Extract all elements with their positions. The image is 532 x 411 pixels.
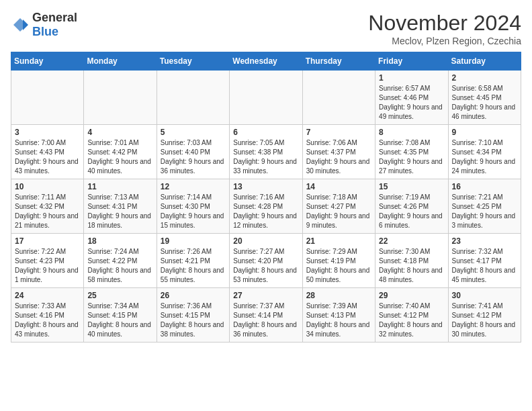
day-info: Sunrise: 7:03 AM Sunset: 4:40 PM Dayligh…: [161, 138, 226, 176]
day-info: Sunrise: 7:13 AM Sunset: 4:31 PM Dayligh…: [87, 193, 152, 230]
calendar-cell: 5Sunrise: 7:03 AM Sunset: 4:40 PM Daylig…: [157, 125, 229, 179]
day-info: Sunrise: 7:40 AM Sunset: 4:12 PM Dayligh…: [379, 302, 444, 339]
calendar-cell: 18Sunrise: 7:24 AM Sunset: 4:22 PM Dayli…: [84, 234, 157, 288]
header-thursday: Thursday: [302, 52, 375, 71]
calendar-cell: 11Sunrise: 7:13 AM Sunset: 4:31 PM Dayli…: [84, 179, 157, 234]
day-info: Sunrise: 7:26 AM Sunset: 4:21 PM Dayligh…: [161, 247, 226, 285]
calendar-cell: [84, 71, 157, 125]
day-info: Sunrise: 7:39 AM Sunset: 4:13 PM Dayligh…: [306, 302, 371, 339]
day-info: Sunrise: 7:33 AM Sunset: 4:16 PM Dayligh…: [15, 302, 80, 339]
calendar-cell: 7Sunrise: 7:06 AM Sunset: 4:37 PM Daylig…: [302, 125, 375, 179]
calendar-cell: 30Sunrise: 7:41 AM Sunset: 4:12 PM Dayli…: [448, 288, 521, 342]
header-saturday: Saturday: [448, 52, 521, 71]
day-number: 4: [87, 128, 152, 137]
calendar-cell: 9Sunrise: 7:10 AM Sunset: 4:34 PM Daylig…: [448, 125, 521, 179]
calendar-cell: 21Sunrise: 7:29 AM Sunset: 4:19 PM Dayli…: [302, 234, 375, 288]
day-info: Sunrise: 7:29 AM Sunset: 4:19 PM Dayligh…: [306, 247, 371, 285]
day-number: 23: [452, 236, 517, 246]
day-number: 19: [161, 236, 226, 246]
header-sunday: Sunday: [11, 52, 84, 71]
day-info: Sunrise: 7:08 AM Sunset: 4:35 PM Dayligh…: [379, 138, 444, 176]
day-info: Sunrise: 6:57 AM Sunset: 4:46 PM Dayligh…: [379, 84, 444, 122]
calendar-cell: 6Sunrise: 7:05 AM Sunset: 4:38 PM Daylig…: [230, 125, 302, 179]
day-number: 30: [452, 291, 517, 300]
calendar-cell: 12Sunrise: 7:14 AM Sunset: 4:30 PM Dayli…: [157, 179, 229, 234]
logo-general: General: [32, 11, 77, 24]
calendar-cell: 25Sunrise: 7:34 AM Sunset: 4:15 PM Dayli…: [84, 288, 157, 342]
header-tuesday: Tuesday: [157, 52, 229, 71]
day-info: Sunrise: 7:14 AM Sunset: 4:30 PM Dayligh…: [161, 193, 226, 230]
calendar-cell: [157, 71, 229, 125]
day-number: 28: [306, 291, 371, 300]
day-number: 14: [306, 182, 371, 191]
calendar-cell: 15Sunrise: 7:19 AM Sunset: 4:26 PM Dayli…: [375, 179, 448, 234]
calendar-header-row: SundayMondayTuesdayWednesdayThursdayFrid…: [11, 52, 521, 71]
day-number: 6: [233, 128, 298, 137]
day-info: Sunrise: 7:21 AM Sunset: 4:25 PM Dayligh…: [452, 193, 517, 230]
day-number: 2: [452, 73, 517, 83]
calendar-cell: 10Sunrise: 7:11 AM Sunset: 4:32 PM Dayli…: [11, 179, 84, 234]
day-number: 5: [161, 128, 226, 137]
calendar-cell: 19Sunrise: 7:26 AM Sunset: 4:21 PM Dayli…: [157, 234, 229, 288]
day-number: 1: [379, 73, 444, 83]
day-info: Sunrise: 7:05 AM Sunset: 4:38 PM Dayligh…: [233, 138, 298, 176]
day-info: Sunrise: 7:36 AM Sunset: 4:15 PM Dayligh…: [161, 302, 226, 339]
calendar-cell: 1Sunrise: 6:57 AM Sunset: 4:46 PM Daylig…: [375, 71, 448, 125]
day-info: Sunrise: 7:41 AM Sunset: 4:12 PM Dayligh…: [452, 302, 517, 339]
week-row-1: 3Sunrise: 7:00 AM Sunset: 4:43 PM Daylig…: [11, 125, 521, 179]
calendar-cell: [230, 71, 302, 125]
day-number: 16: [452, 182, 517, 191]
day-number: 9: [452, 128, 517, 137]
day-number: 17: [15, 236, 80, 246]
day-info: Sunrise: 7:01 AM Sunset: 4:42 PM Dayligh…: [87, 138, 152, 176]
week-row-4: 24Sunrise: 7:33 AM Sunset: 4:16 PM Dayli…: [11, 288, 521, 342]
day-number: 21: [306, 236, 371, 246]
day-number: 11: [87, 182, 152, 191]
calendar-cell: 20Sunrise: 7:27 AM Sunset: 4:20 PM Dayli…: [230, 234, 302, 288]
month-title: November 2024: [368, 11, 521, 36]
day-info: Sunrise: 7:27 AM Sunset: 4:20 PM Dayligh…: [233, 247, 298, 285]
day-number: 24: [15, 291, 80, 300]
day-info: Sunrise: 7:00 AM Sunset: 4:43 PM Dayligh…: [15, 138, 80, 176]
day-number: 25: [87, 291, 152, 300]
day-info: Sunrise: 6:58 AM Sunset: 4:45 PM Dayligh…: [452, 84, 517, 122]
week-row-3: 17Sunrise: 7:22 AM Sunset: 4:23 PM Dayli…: [11, 234, 521, 288]
week-row-0: 1Sunrise: 6:57 AM Sunset: 4:46 PM Daylig…: [11, 71, 521, 125]
page-header: General Blue November 2024 Meclov, Plzen…: [11, 11, 521, 46]
day-number: 15: [379, 182, 444, 191]
calendar-cell: [302, 71, 375, 125]
day-info: Sunrise: 7:10 AM Sunset: 4:34 PM Dayligh…: [452, 138, 517, 176]
day-info: Sunrise: 7:22 AM Sunset: 4:23 PM Dayligh…: [15, 247, 80, 285]
day-info: Sunrise: 7:24 AM Sunset: 4:22 PM Dayligh…: [87, 247, 152, 285]
calendar-cell: 29Sunrise: 7:40 AM Sunset: 4:12 PM Dayli…: [375, 288, 448, 342]
day-info: Sunrise: 7:06 AM Sunset: 4:37 PM Dayligh…: [306, 138, 371, 176]
day-number: 22: [379, 236, 444, 246]
calendar-table: SundayMondayTuesdayWednesdayThursdayFrid…: [11, 52, 521, 342]
calendar-cell: 23Sunrise: 7:32 AM Sunset: 4:17 PM Dayli…: [448, 234, 521, 288]
header-monday: Monday: [84, 52, 157, 71]
week-row-2: 10Sunrise: 7:11 AM Sunset: 4:32 PM Dayli…: [11, 179, 521, 234]
day-number: 7: [306, 128, 371, 137]
calendar-cell: 14Sunrise: 7:18 AM Sunset: 4:27 PM Dayli…: [302, 179, 375, 234]
calendar-cell: 24Sunrise: 7:33 AM Sunset: 4:16 PM Dayli…: [11, 288, 84, 342]
logo-icon: [11, 15, 30, 34]
day-info: Sunrise: 7:19 AM Sunset: 4:26 PM Dayligh…: [379, 193, 444, 230]
calendar-cell: 3Sunrise: 7:00 AM Sunset: 4:43 PM Daylig…: [11, 125, 84, 179]
calendar-cell: 13Sunrise: 7:16 AM Sunset: 4:28 PM Dayli…: [230, 179, 302, 234]
header-wednesday: Wednesday: [230, 52, 302, 71]
location-subtitle: Meclov, Plzen Region, Czechia: [368, 36, 521, 46]
day-info: Sunrise: 7:16 AM Sunset: 4:28 PM Dayligh…: [233, 193, 298, 230]
calendar-cell: 27Sunrise: 7:37 AM Sunset: 4:14 PM Dayli…: [230, 288, 302, 342]
calendar-cell: 26Sunrise: 7:36 AM Sunset: 4:15 PM Dayli…: [157, 288, 229, 342]
day-number: 26: [161, 291, 226, 300]
title-area: November 2024 Meclov, Plzen Region, Czec…: [368, 11, 521, 46]
calendar-cell: 16Sunrise: 7:21 AM Sunset: 4:25 PM Dayli…: [448, 179, 521, 234]
day-number: 3: [15, 128, 80, 137]
day-info: Sunrise: 7:32 AM Sunset: 4:17 PM Dayligh…: [452, 247, 517, 285]
logo-text: General Blue: [32, 11, 77, 39]
calendar-cell: 8Sunrise: 7:08 AM Sunset: 4:35 PM Daylig…: [375, 125, 448, 179]
day-info: Sunrise: 7:30 AM Sunset: 4:18 PM Dayligh…: [379, 247, 444, 285]
day-number: 29: [379, 291, 444, 300]
day-info: Sunrise: 7:37 AM Sunset: 4:14 PM Dayligh…: [233, 302, 298, 339]
calendar-cell: 4Sunrise: 7:01 AM Sunset: 4:42 PM Daylig…: [84, 125, 157, 179]
